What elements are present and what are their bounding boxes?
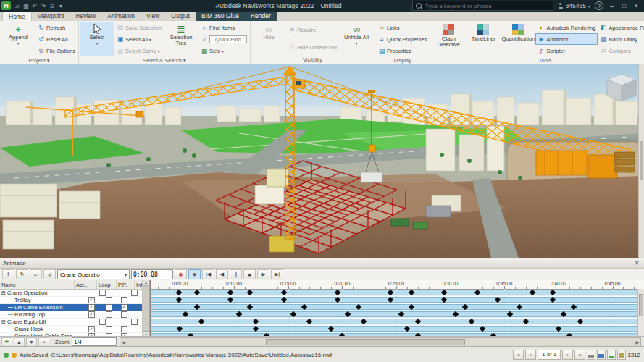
first-sheet-button[interactable]: « xyxy=(513,350,524,360)
tree-vertical-scrollbar[interactable]: ▲ ▼ xyxy=(142,280,150,337)
print-icon[interactable]: ⊟ xyxy=(48,3,57,9)
pause-button[interactable]: ∥ xyxy=(230,269,242,279)
select-button[interactable]: Select▾ xyxy=(80,22,114,56)
inf-checkbox[interactable] xyxy=(131,290,138,296)
previous-sheet-button[interactable]: ‹ xyxy=(525,350,536,360)
act-checkbox[interactable]: ✓ xyxy=(88,326,95,332)
last-sheet-button[interactable]: » xyxy=(574,350,585,360)
animator-row-crane-hook[interactable]: Crane Hook✓ xyxy=(0,326,142,333)
scroll-up-icon[interactable]: ▲ xyxy=(144,280,148,285)
play-reverse-button[interactable]: ◀ xyxy=(216,269,228,279)
viewport-scrollbar[interactable] xyxy=(638,64,644,258)
act-checkbox[interactable]: ✓ xyxy=(88,297,95,303)
quick-find-button[interactable]: ⌕Quick Find xyxy=(198,33,249,45)
close-button[interactable]: × xyxy=(630,0,643,12)
animation-bar[interactable] xyxy=(151,297,638,303)
timeliner-button[interactable]: TimeLiner xyxy=(466,22,501,56)
zoom-input[interactable] xyxy=(72,337,117,346)
auto-key-toggle-button[interactable]: ◈ xyxy=(188,269,201,279)
append-button[interactable]: +Append▾ xyxy=(1,22,35,56)
tab-render[interactable]: Render xyxy=(245,12,277,21)
minimize-button[interactable]: – xyxy=(606,0,618,12)
qat-dropdown-icon[interactable]: ▾ xyxy=(57,3,65,9)
hide-unselected-button[interactable]: ∅Hide Unselected xyxy=(286,41,339,53)
timeline-vertical-scrollbar[interactable] xyxy=(637,289,644,337)
pp-checkbox[interactable]: ✓ xyxy=(121,304,127,311)
tab-review[interactable]: Review xyxy=(70,12,101,21)
next-sheet-button[interactable]: › xyxy=(562,350,573,360)
animator-row-trolley[interactable]: Trolley✓ xyxy=(0,297,142,304)
help-icon[interactable]: ? xyxy=(595,1,603,10)
autodesk-rendering-button[interactable]: ◐Autodesk Rendering xyxy=(535,22,598,33)
quick-properties-button[interactable]: ≡Quick Properties xyxy=(376,33,429,45)
navisworks-logo-icon[interactable]: N xyxy=(1,1,11,10)
loop-checkbox[interactable] xyxy=(106,297,112,303)
viewcube[interactable] xyxy=(607,74,636,101)
step-back-button[interactable]: |◀ xyxy=(202,269,214,279)
add-animation-button[interactable]: ✚ xyxy=(1,337,12,347)
viewport-3d[interactable] xyxy=(0,64,644,258)
animator-row-rotating-top[interactable]: Rotating Top✓ xyxy=(0,311,142,319)
timeline-horizontal-scrollbar[interactable]: ◀ ▶ xyxy=(120,337,641,347)
file-options-button[interactable]: ⚙File Options xyxy=(35,45,78,56)
loop-checkbox[interactable] xyxy=(99,290,106,296)
inf-checkbox[interactable] xyxy=(131,319,138,325)
select-same-button[interactable]: ▥Select Same▾ xyxy=(114,45,164,56)
selection-tree-button[interactable]: ≣Selection Tree xyxy=(164,22,198,56)
play-button[interactable]: ▶ xyxy=(257,269,269,279)
animator-row-crane-operation[interactable]: ⊟Crane Operation xyxy=(0,290,142,297)
animation-bar[interactable] xyxy=(151,319,638,324)
animation-bar[interactable] xyxy=(151,326,638,332)
links-button[interactable]: ∞Links xyxy=(376,22,429,33)
rotate-animation-set-button[interactable]: ↻ xyxy=(16,269,28,279)
search-input[interactable] xyxy=(424,2,550,10)
animation-bar[interactable] xyxy=(151,304,638,310)
open-icon[interactable]: ▱ xyxy=(13,3,22,9)
save-icon[interactable]: ▦ xyxy=(22,3,30,9)
find-items-button[interactable]: ⌕Find Items xyxy=(198,22,249,33)
undo-icon[interactable]: ↶ xyxy=(30,3,39,9)
tab-viewpoint[interactable]: Viewpoint xyxy=(32,12,70,21)
scale-animation-set-button[interactable]: ▱ xyxy=(30,269,42,279)
loop-checkbox[interactable] xyxy=(106,311,112,318)
scripter-button[interactable]: ƒScripter xyxy=(535,45,598,56)
time-position-input[interactable] xyxy=(131,269,173,279)
move-up-button[interactable]: ▲ xyxy=(14,337,25,347)
loop-checkbox[interactable] xyxy=(99,319,106,325)
act-checkbox[interactable]: ✓ xyxy=(88,304,95,311)
loop-checkbox[interactable] xyxy=(106,304,112,311)
unhide-all-button[interactable]: ∞Unhide All▾ xyxy=(339,22,374,56)
clash-detective-button[interactable]: Clash Detective xyxy=(431,22,466,56)
refresh-button[interactable]: ↻Refresh xyxy=(35,22,78,33)
tab-animation[interactable]: Animation xyxy=(101,12,141,21)
snapping-toggle-button[interactable]: # xyxy=(43,269,56,279)
tab-view[interactable]: View xyxy=(141,12,165,21)
redo-icon[interactable]: ↷ xyxy=(39,3,48,9)
act-checkbox[interactable]: ✓ xyxy=(88,311,95,318)
stop-button[interactable]: ■ xyxy=(243,269,256,279)
sets-button[interactable]: ▦Sets▾ xyxy=(198,45,249,56)
scroll-right-icon[interactable]: ▶ xyxy=(635,340,639,345)
help-search-box[interactable] xyxy=(412,1,553,11)
quantification-button[interactable]: Quantification xyxy=(501,22,535,56)
animator-row-crane-equip-lift[interactable]: ⊟Crane Equip Lift xyxy=(0,319,142,326)
viewport-3d-scene[interactable] xyxy=(0,64,644,258)
select-all-button[interactable]: ▣Select All▾ xyxy=(114,33,164,45)
move-down-button[interactable]: ▼ xyxy=(26,337,37,347)
reset-all-button[interactable]: ↺Reset All... xyxy=(35,33,78,45)
account-menu[interactable]: 345465 ▾ xyxy=(556,2,593,9)
animator-close-icon[interactable]: ✕ xyxy=(632,260,641,266)
scene-picker-dropdown[interactable]: Crane Operatio ▾ xyxy=(57,269,130,279)
properties-button[interactable]: ▤Properties xyxy=(376,45,429,56)
animation-bar[interactable] xyxy=(151,290,638,295)
save-selection-button[interactable]: ▤Save Selection xyxy=(114,22,164,33)
scroll-left-icon[interactable]: ◀ xyxy=(122,340,125,345)
animator-timeline[interactable]: 0:05.000:10.000:15.000:20.000:25.000:30.… xyxy=(150,280,644,337)
animator-button[interactable]: ►Animator xyxy=(535,33,598,45)
animator-row-lift-cable-extension[interactable]: Lift Cable Extension✓✓ xyxy=(0,304,142,311)
expand-collapse-icon[interactable]: ⊟ xyxy=(1,290,6,296)
pp-checkbox[interactable] xyxy=(121,297,127,303)
step-forward-button[interactable]: ▶| xyxy=(271,269,283,279)
pp-checkbox[interactable] xyxy=(121,326,127,332)
hide-button[interactable]: ∞Hide xyxy=(251,22,286,56)
